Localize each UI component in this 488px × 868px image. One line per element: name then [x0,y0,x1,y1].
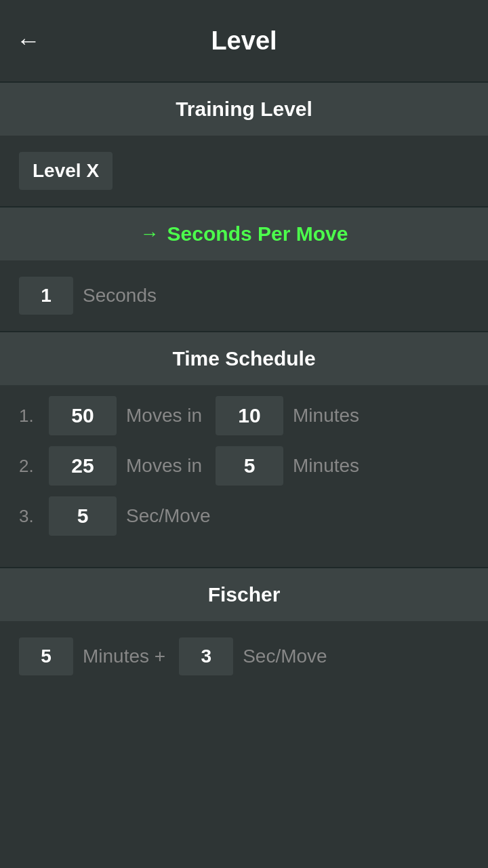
fischer-sec-value[interactable]: 3 [179,637,233,675]
time-unit-1: Minutes [293,405,359,427]
header: ← Level [0,0,488,81]
seconds-per-move-row: 1 Seconds [0,260,488,331]
level-badge[interactable]: Level X [19,152,113,190]
time-value-2[interactable]: 5 [216,446,283,486]
schedule-row-2: 2. 25 Moves in 5 Minutes [19,446,469,486]
seconds-unit: Seconds [83,285,157,307]
training-level-header: Training Level [0,83,488,136]
seconds-per-move-header[interactable]: → Seconds Per Move [0,208,488,260]
schedule-row-3: 3. 5 Sec/Move [19,496,469,536]
fischer-minutes-label: Minutes + [83,646,165,667]
training-level-content: Level X [0,136,488,206]
time-schedule-content: 1. 50 Moves in 10 Minutes 2. 25 Moves in… [0,385,488,567]
schedule-row-1: 1. 50 Moves in 10 Minutes [19,396,469,435]
moves-value-3[interactable]: 5 [49,496,117,536]
arrow-icon: → [140,223,159,245]
row-number-1: 1. [19,406,49,427]
row-number-3: 3. [19,506,49,527]
sec-move-label: Sec/Move [126,505,211,527]
moves-value-2[interactable]: 25 [49,446,117,486]
fischer-header: Fischer [0,568,488,621]
fischer-minutes-value[interactable]: 5 [19,637,73,675]
moves-value-1[interactable]: 50 [49,396,117,435]
time-schedule-header: Time Schedule [0,332,488,385]
time-unit-2: Minutes [293,455,359,477]
seconds-per-move-label: Seconds Per Move [167,222,348,245]
moves-label-2: Moves in [126,455,202,477]
back-button[interactable]: ← [16,28,41,53]
page-title: Level [211,26,277,56]
moves-label-1: Moves in [126,405,202,427]
fischer-sec-unit: Sec/Move [243,646,327,667]
row-number-2: 2. [19,456,49,477]
time-value-1[interactable]: 10 [216,396,283,435]
fischer-content: 5 Minutes + 3 Sec/Move [0,621,488,692]
seconds-value[interactable]: 1 [19,277,73,315]
